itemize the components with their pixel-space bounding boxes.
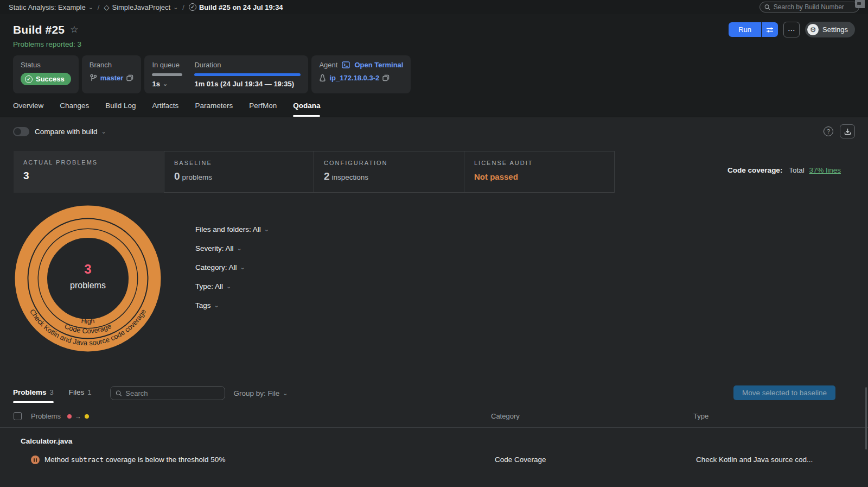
compare-toggle[interactable]: [13, 127, 29, 136]
filter-type[interactable]: Type: All ⌄: [195, 282, 269, 290]
stat-license-audit[interactable]: LICENSE AUDIT Not passed: [464, 151, 615, 193]
problems-table-header: Problems → Category Type: [0, 411, 868, 425]
git-branch-icon: [90, 74, 97, 82]
problems-sunburst-chart[interactable]: High Code Coverage Check Kotlin and Java…: [12, 203, 164, 355]
queue-duration-card: In queue 1s ⌄ Duration 1m 01s (24 Jul 19…: [144, 55, 308, 93]
filter-category[interactable]: Category: All ⌄: [195, 263, 269, 271]
duration-time: 1m 01s (24 Jul 19:34 — 19:35): [194, 80, 294, 88]
tab-parameters[interactable]: Parameters: [195, 102, 233, 117]
stat-value: 3: [23, 170, 29, 181]
severity-sort-indicator[interactable]: →: [67, 413, 89, 420]
stat-label: CONFIGURATION: [324, 160, 454, 166]
breadcrumb-project-root[interactable]: Static Analysis: Example ⌄: [9, 3, 93, 11]
tab-build-log[interactable]: Build Log: [105, 102, 136, 117]
stat-actual-problems[interactable]: ACTUAL PROBLEMS 3: [14, 151, 164, 193]
tab-overview[interactable]: Overview: [13, 102, 43, 117]
chevron-down-icon[interactable]: ⌄: [101, 128, 106, 135]
filter-severity[interactable]: Severity: All ⌄: [195, 244, 269, 252]
vertical-scrollbar[interactable]: [865, 387, 867, 450]
filter-label: Category: All: [195, 263, 237, 271]
group-by-selector[interactable]: Group by: File ⌄: [234, 389, 288, 397]
diamond-icon: ◇: [104, 3, 109, 11]
open-terminal-link[interactable]: Open Terminal: [354, 61, 403, 69]
stat-value: 2: [324, 170, 330, 182]
status-badge[interactable]: ✓ Success: [21, 73, 71, 85]
filter-tags[interactable]: Tags ⌄: [195, 301, 269, 309]
status-label: Status: [21, 61, 71, 69]
agent-name-link[interactable]: ip_172.18.0.3-2: [329, 74, 379, 82]
summary-stats: ACTUAL PROBLEMS 3 BASELINE 0problems CON…: [14, 151, 868, 193]
in-queue-label: In queue: [152, 61, 182, 69]
stat-value: 0: [174, 170, 180, 182]
move-to-baseline-button[interactable]: Move selected to baseline: [733, 385, 835, 400]
filter-label: Type: All: [195, 282, 223, 290]
build-header: Build #25 ☆ Run ⋯ ⚙ Settings: [0, 14, 868, 117]
search-icon: [116, 390, 122, 397]
coverage-link[interactable]: 37% lines: [809, 166, 841, 174]
column-category: Category: [491, 412, 520, 420]
tab-changes[interactable]: Changes: [60, 102, 89, 117]
tab-qodana[interactable]: Qodana: [293, 102, 320, 117]
copy-icon[interactable]: [126, 74, 133, 81]
status-value: Success: [36, 75, 65, 83]
agent-label: Agent: [319, 61, 337, 69]
coverage-total-label: Total: [789, 166, 805, 174]
copy-icon[interactable]: [382, 74, 390, 81]
stat-label: BASELINE: [174, 160, 304, 166]
breadcrumb-current-build[interactable]: ✓ Build #25 on 24 Jul 19:34: [189, 3, 283, 11]
arrow-right-icon: →: [75, 413, 81, 420]
problems-search: [110, 386, 225, 400]
run-button[interactable]: Run: [729, 22, 761, 37]
stat-value: Not passed: [474, 172, 518, 181]
coverage-label: Code coverage:: [727, 166, 782, 174]
select-all-checkbox[interactable]: [14, 412, 22, 420]
chevron-down-icon: ⌄: [88, 4, 93, 11]
svg-text:High: High: [81, 317, 95, 325]
search-input[interactable]: [774, 3, 854, 11]
problems-section: Problems 3 Files 1 Group by: File ⌄: [0, 387, 868, 469]
problems-search-input[interactable]: [125, 389, 219, 397]
compare-label: Compare with build: [35, 128, 98, 136]
download-report-button[interactable]: [840, 124, 855, 138]
run-custom-build-button[interactable]: [762, 22, 778, 37]
stat-baseline[interactable]: BASELINE 0problems: [164, 151, 314, 193]
breadcrumb-label: Static Analysis: Example: [9, 3, 86, 11]
breadcrumb-label: SimpleJavaProject: [112, 3, 170, 11]
settings-button[interactable]: ⚙ Settings: [805, 22, 855, 37]
tab-perfmon[interactable]: PerfMon: [249, 102, 277, 117]
tab-files[interactable]: Files 1: [69, 388, 92, 403]
table-row[interactable]: Method subtract coverage is below the th…: [0, 455, 868, 469]
run-split-button: Run: [729, 22, 778, 37]
terminal-icon: [342, 61, 350, 68]
tab-problems[interactable]: Problems 3: [13, 388, 54, 403]
chevron-down-icon: ⌄: [264, 226, 269, 233]
filter-files-folders[interactable]: Files and folders: All ⌄: [195, 225, 269, 233]
chevron-down-icon: ⌄: [240, 264, 245, 271]
compare-row: Compare with build ⌄ ?: [0, 117, 868, 143]
problems-count-badge: 3: [50, 388, 54, 396]
code-coverage: Code coverage: Total 37% lines: [727, 166, 841, 174]
stat-configuration[interactable]: CONFIGURATION 2inspections: [314, 151, 464, 193]
search-icon: [764, 4, 770, 10]
table-divider: [0, 427, 868, 428]
screen-share-indicator: [855, 0, 865, 8]
chevron-down-icon: ⌄: [226, 283, 231, 290]
more-actions-button[interactable]: ⋯: [783, 22, 800, 37]
breadcrumb-label: Build #25 on 24 Jul 19:34: [199, 3, 283, 11]
breadcrumb-build-config[interactable]: ◇ SimpleJavaProject ⌄: [104, 3, 178, 11]
chevron-down-icon[interactable]: ⌄: [163, 80, 168, 87]
page-title: Build #25: [13, 23, 65, 36]
check-circle-icon: ✓: [25, 75, 33, 83]
help-icon[interactable]: ?: [824, 127, 833, 136]
breadcrumb-separator: /: [98, 3, 100, 11]
branch-name-link[interactable]: master: [100, 74, 124, 82]
build-number-search: [760, 2, 859, 12]
tab-artifacts[interactable]: Artifacts: [152, 102, 179, 117]
stat-label: ACTUAL PROBLEMS: [23, 159, 154, 166]
success-check-icon: ✓: [189, 3, 196, 11]
file-group-row[interactable]: Calculator.java: [0, 437, 868, 448]
chevron-down-icon: ⌄: [283, 390, 288, 397]
download-icon: [844, 128, 851, 135]
ring-label-severity: High: [81, 317, 95, 325]
star-icon[interactable]: ☆: [70, 24, 78, 35]
